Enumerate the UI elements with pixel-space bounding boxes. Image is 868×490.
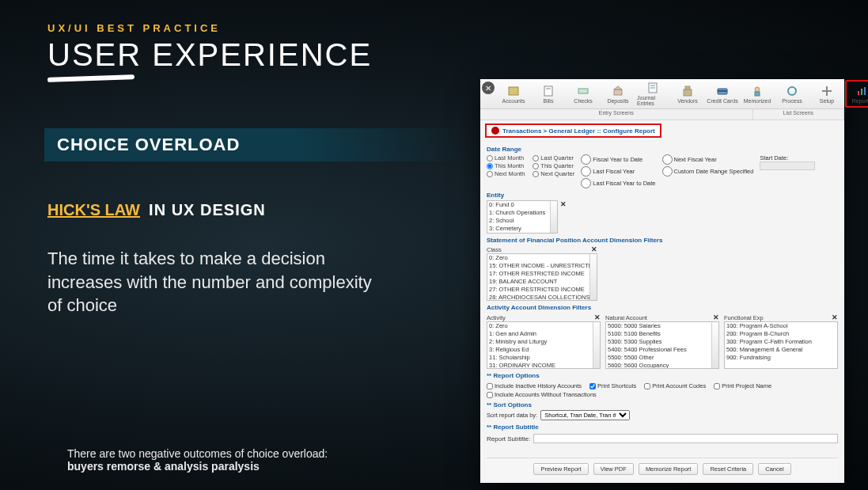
date-range-radios-3: Next Fiscal Year Custom Date Range Speci… <box>662 154 754 177</box>
list-item[interactable]: 300: Program C-Faith Formation <box>725 338 837 346</box>
entity-listbox[interactable]: 0: Fund 0 1: Church Operations 2: School… <box>487 200 558 234</box>
opt-project-name[interactable]: Print Project Name <box>714 382 771 389</box>
functional-exp-listbox[interactable]: 100: Program A-School 200: Program B-Chu… <box>724 321 838 369</box>
list-item[interactable]: 1: Gen and Admin <box>487 330 600 338</box>
section-entity: Entity <box>487 192 838 199</box>
breadcrumb-icon <box>491 127 499 135</box>
list-item[interactable]: 2: School <box>487 217 557 225</box>
start-date-input[interactable] <box>760 161 815 170</box>
toolbar-group-labels: Entry Screens List Screens <box>480 109 844 120</box>
hicks-law-rest: IN UX DESIGN <box>149 201 266 218</box>
close-icon[interactable]: ✕ <box>482 82 495 94</box>
preview-button[interactable]: Preview Report <box>533 463 588 475</box>
title-underline <box>47 74 135 82</box>
list-item[interactable]: 17: OTHER RESTRICTED INCOME <box>487 270 597 278</box>
slide-eyebrow: UX/UI BEST PRACTICE <box>47 22 464 34</box>
sort-select[interactable]: Shortcut, Tran Date, Tran # <box>540 410 630 420</box>
list-item[interactable]: 0: Zero <box>487 254 597 262</box>
app-toolbar: ✕ Accounts Bills Checks Deposits Journal… <box>480 79 844 109</box>
radio-next-month[interactable]: Next Month <box>487 170 525 177</box>
list-item[interactable]: 0: Zero <box>487 322 600 330</box>
clear-functional-icon[interactable]: ✕ <box>832 313 838 321</box>
clear-natural-icon[interactable]: ✕ <box>713 313 719 321</box>
activity-listbox[interactable]: 0: Zero 1: Gen and Admin 2: Ministry and… <box>487 321 601 369</box>
svg-marker-5 <box>614 86 622 89</box>
toolbar-label: Reports <box>852 98 868 104</box>
list-item[interactable]: 31: ORDINARY INCOME <box>487 362 600 369</box>
radio-custom-range[interactable]: Custom Date Range Specified <box>662 166 754 177</box>
toolbar-reports[interactable]: Reports <box>845 80 868 108</box>
toolbar-accounts[interactable]: Accounts <box>497 80 530 108</box>
list-item[interactable]: 2: Ministry and Liturgy <box>487 338 600 346</box>
list-item[interactable]: 5400: 5400 Professional Fees <box>606 346 718 354</box>
natural-account-listbox[interactable]: 5000: 5000 Salaries 5100: 5100 Benefits … <box>605 321 719 369</box>
radio-this-quarter[interactable]: This Quarter <box>533 162 574 169</box>
section-band-text: CHOICE OVERLOAD <box>57 135 240 154</box>
toolbar-journal[interactable]: Journal Entries <box>636 80 669 108</box>
toolbar-setup[interactable]: Setup <box>810 80 843 108</box>
section-activity: Activity Account Dimension Filters <box>487 304 838 311</box>
toolbar-label: Vendors <box>677 98 698 104</box>
list-item[interactable]: 200: Program B-Church <box>725 330 837 338</box>
subtitle-input[interactable] <box>533 434 838 443</box>
svg-rect-3 <box>578 89 588 93</box>
clear-activity-icon[interactable]: ✕ <box>594 313 601 321</box>
reset-button[interactable]: Reset Criteria <box>703 463 753 475</box>
toolbar-deposits[interactable]: Deposits <box>601 80 635 108</box>
radio-fy-to-date[interactable]: Fiscal Year to Date <box>581 154 655 165</box>
opt-inactive[interactable]: Include Inactive History Accounts <box>487 382 582 389</box>
toolbar-creditcards[interactable]: Credit Cards <box>706 80 739 108</box>
section-date-range: Date Range <box>487 146 838 153</box>
list-item[interactable]: 11: Scholarship <box>487 354 600 362</box>
view-pdf-button[interactable]: View PDF <box>593 463 634 475</box>
svg-rect-10 <box>685 86 690 89</box>
toolbar-vendors[interactable]: Vendors <box>671 80 704 108</box>
svg-point-13 <box>755 87 760 92</box>
radio-last-quarter[interactable]: Last Quarter <box>533 154 574 161</box>
list-item[interactable]: 5300: 5300 Supplies <box>606 338 718 346</box>
cancel-button[interactable]: Cancel <box>758 463 790 475</box>
group-entry: Entry Screens <box>480 109 753 120</box>
opt-shortcuts[interactable]: Print Shortcuts <box>589 382 636 389</box>
list-item[interactable]: 5600: 5600 Occupancy <box>606 362 718 369</box>
date-range-radios-2: Fiscal Year to Date Last Fiscal Year Las… <box>581 154 655 188</box>
svg-rect-0 <box>509 87 518 95</box>
radio-next-quarter[interactable]: Next Quarter <box>533 170 574 177</box>
list-item[interactable]: 28: ARCHDIOCESAN COLLECTIONS <box>487 294 597 301</box>
svg-rect-14 <box>755 92 760 96</box>
functional-exp-label: Functional Exp <box>724 314 764 321</box>
list-item[interactable]: 27: OTHER RESTRICTED INCOME <box>487 286 597 294</box>
opt-account-codes[interactable]: Print Account Codes <box>644 382 706 389</box>
list-item[interactable]: 3: Religious Ed <box>487 346 600 354</box>
clear-class-icon[interactable]: ✕ <box>591 245 597 253</box>
list-item[interactable]: 3: Cemetery <box>487 225 557 233</box>
list-item[interactable]: 5000: 5000 Salaries <box>606 322 718 330</box>
toolbar-label: Setup <box>820 98 834 104</box>
toolbar-process[interactable]: Process <box>775 80 809 108</box>
radio-next-fy[interactable]: Next Fiscal Year <box>662 154 754 165</box>
radio-last-fy-to-date[interactable]: Last Fiscal Year to Date <box>581 178 655 188</box>
list-item[interactable]: 19: BALANCE ACCOUNT <box>487 278 597 286</box>
list-item[interactable]: 5500: 5500 Other <box>606 354 718 362</box>
list-item[interactable]: 1: Church Operations <box>487 209 557 217</box>
toolbar-label: Journal Entries <box>637 95 669 106</box>
list-item[interactable]: 5100: 5100 Benefits <box>606 330 718 338</box>
list-item[interactable]: 15: OTHER INCOME - UNRESTRICTED <box>487 262 597 270</box>
radio-last-fy[interactable]: Last Fiscal Year <box>581 166 655 177</box>
clear-entity-icon[interactable]: ✕ <box>560 200 567 208</box>
memorize-button[interactable]: Memorize Report <box>639 463 699 475</box>
list-item[interactable]: 900: Fundraising <box>725 354 837 362</box>
toolbar-bills[interactable]: Bills <box>532 80 565 108</box>
radio-this-month[interactable]: This Month <box>487 162 525 169</box>
hicks-law-link[interactable]: HICK'S LAW <box>47 201 140 218</box>
list-item[interactable]: 500: Management & General <box>725 346 837 354</box>
list-item[interactable]: 100: Program A-School <box>725 322 837 330</box>
list-item[interactable]: 0: Fund 0 <box>487 201 557 209</box>
toolbar-memorized[interactable]: Memorized <box>741 80 774 108</box>
opt-without-trans[interactable]: Include Accounts Without Transactions <box>487 391 597 398</box>
toolbar-checks[interactable]: Checks <box>567 80 600 108</box>
date-range-radios-1: Last Month Last Quarter This Month This … <box>487 154 574 177</box>
svg-rect-21 <box>864 87 866 95</box>
radio-last-month[interactable]: Last Month <box>487 154 525 161</box>
class-listbox[interactable]: 0: Zero 15: OTHER INCOME - UNRESTRICTED … <box>487 253 597 301</box>
